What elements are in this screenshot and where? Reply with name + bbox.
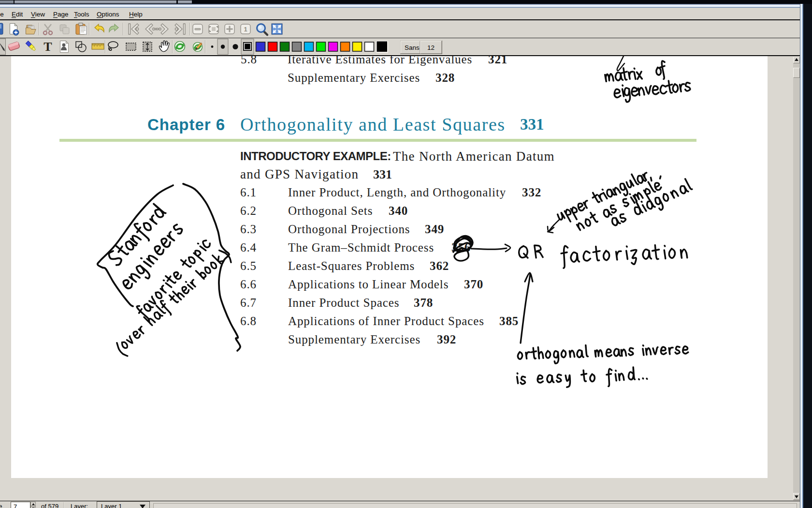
svg-text:12: 12 [427,44,435,51]
svg-text:T: T [44,40,52,54]
svg-text:1: 1 [244,26,247,33]
svg-text:Sans: Sans [405,44,420,51]
